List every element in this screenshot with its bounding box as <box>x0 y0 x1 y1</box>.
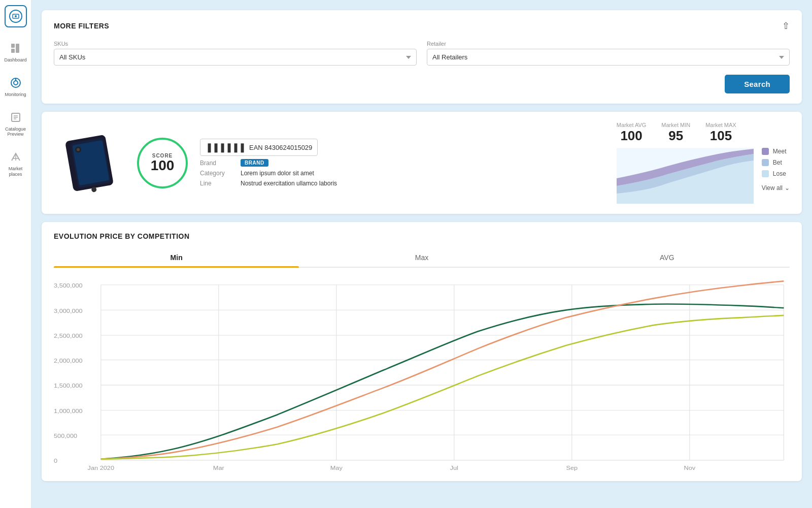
market-stats: Market AVG 100 Market MIN 95 Market MAX … <box>617 122 736 144</box>
search-button[interactable]: Search <box>725 75 790 93</box>
sidebar-item-dashboard[interactable]: Dashboard <box>0 37 31 67</box>
score-circle: SCORE 100 <box>137 138 188 188</box>
svg-text:2,500,000: 2,500,000 <box>54 333 83 339</box>
svg-text:1,500,000: 1,500,000 <box>54 383 83 389</box>
svg-text:0: 0 <box>54 458 57 464</box>
view-all-label: View all <box>762 184 783 192</box>
svg-rect-5 <box>11 44 15 48</box>
chevron-down-icon: ⌄ <box>785 184 790 192</box>
product-card: SCORE 100 ❚❚❚❚❚❚ EAN 8430624015029 Brand… <box>42 112 802 214</box>
category-label: Category <box>200 170 235 177</box>
sidebar-logo[interactable] <box>5 5 27 27</box>
svg-point-2 <box>15 15 17 17</box>
svg-text:Mar: Mar <box>213 464 224 471</box>
market-min: Market MIN 95 <box>661 122 690 144</box>
market-stats-area: Market AVG 100 Market MIN 95 Market MAX … <box>617 122 790 204</box>
score-value: 100 <box>151 158 175 173</box>
lose-dot <box>762 170 769 177</box>
svg-text:3,500,000: 3,500,000 <box>54 282 83 289</box>
svg-text:500,000: 500,000 <box>54 432 77 439</box>
category-value: Lorem ipsum dolor sit amet <box>241 170 314 177</box>
filters-collapse-button[interactable]: ⇧ <box>782 20 790 31</box>
brand-row: Brand BRAND <box>200 159 604 167</box>
lose-label: Lose <box>773 170 786 177</box>
monitoring-icon <box>8 75 23 90</box>
bet-dot <box>762 159 769 166</box>
avg-value: 100 <box>620 128 642 144</box>
legend-meet: Meet <box>762 148 790 155</box>
filter-actions: Search <box>54 75 790 93</box>
view-all-button[interactable]: View all ⌄ <box>762 184 790 192</box>
avg-label: Market AVG <box>617 122 646 128</box>
retailer-select[interactable]: All Retailers <box>427 49 790 66</box>
filters-row: SKUs All SKUs Retailer All Retailers <box>54 41 790 66</box>
meet-dot <box>762 148 769 155</box>
sidebar-item-catalogue-label: Catalogue Preview <box>2 126 29 138</box>
ean-text: EAN 8430624015029 <box>249 144 312 151</box>
barcode-icon: ❚❚❚❚❚❚ <box>206 142 245 153</box>
product-layout: SCORE 100 ❚❚❚❚❚❚ EAN 8430624015029 Brand… <box>54 122 790 204</box>
product-image <box>54 130 125 196</box>
line-value: Nostrud exercitation ullamco laboris <box>241 180 337 187</box>
svg-text:Jul: Jul <box>450 464 458 471</box>
filters-header: MORE FILTERS ⇧ <box>54 20 790 31</box>
legend-bet: Bet <box>762 159 790 166</box>
sidebar-item-catalogue[interactable]: Catalogue Preview <box>0 106 31 142</box>
svg-text:Sep: Sep <box>566 464 578 471</box>
sidebar-item-dashboard-label: Dashboard <box>4 57 26 63</box>
svg-point-7 <box>14 81 18 85</box>
evolution-svg: 0 500,000 1,000,000 1,500,000 2,000,000 … <box>54 278 790 471</box>
tab-min[interactable]: Min <box>54 248 299 267</box>
brand-label: Brand <box>200 160 235 167</box>
skus-filter-group: SKUs All SKUs <box>54 41 417 66</box>
more-filters-card: MORE FILTERS ⇧ SKUs All SKUs Retailer Al… <box>42 10 802 104</box>
min-value: 95 <box>668 128 683 144</box>
bet-label: Bet <box>773 159 782 166</box>
skus-select[interactable]: All SKUs <box>54 49 417 66</box>
svg-text:May: May <box>330 464 343 471</box>
sidebar: Dashboard Monitoring Catalogue Preview <box>0 0 31 508</box>
line-row: Line Nostrud exercitation ullamco labori… <box>200 180 604 187</box>
evolution-tabs: Min Max AVG <box>54 248 790 268</box>
market-avg: Market AVG 100 <box>617 122 646 144</box>
market-max: Market MAX 105 <box>705 122 736 144</box>
legend-area: Meet Bet Lose View all ⌄ <box>762 148 790 192</box>
max-value: 105 <box>710 128 732 144</box>
product-details: ❚❚❚❚❚❚ EAN 8430624015029 Brand BRAND Cat… <box>200 139 604 187</box>
svg-text:Nov: Nov <box>684 464 696 471</box>
svg-text:1,000,000: 1,000,000 <box>54 408 83 415</box>
tab-avg[interactable]: AVG <box>545 248 790 267</box>
svg-text:2,000,000: 2,000,000 <box>54 357 83 364</box>
evolution-card: EVOLUTION PRICE BY COMPETITION Min Max A… <box>42 222 802 481</box>
filters-title: MORE FILTERS <box>54 22 109 30</box>
sidebar-item-monitoring-label: Monitoring <box>5 92 26 98</box>
category-row: Category Lorem ipsum dolor sit amet <box>200 170 604 177</box>
legend-lose: Lose <box>762 170 790 177</box>
main-content: MORE FILTERS ⇧ SKUs All SKUs Retailer Al… <box>31 0 812 508</box>
min-label: Market MIN <box>661 122 690 128</box>
evolution-chart: 0 500,000 1,000,000 1,500,000 2,000,000 … <box>54 278 790 471</box>
skus-label: SKUs <box>54 41 417 47</box>
line-label: Line <box>200 180 235 187</box>
svg-text:Jan 2020: Jan 2020 <box>88 464 115 471</box>
sidebar-item-monitoring[interactable]: Monitoring <box>0 71 31 102</box>
retailer-filter-group: Retailer All Retailers <box>427 41 790 66</box>
dashboard-icon <box>8 41 23 56</box>
brand-badge: BRAND <box>241 159 268 167</box>
svg-rect-3 <box>11 49 15 53</box>
ean-row: ❚❚❚❚❚❚ EAN 8430624015029 <box>200 139 318 156</box>
mini-chart-legend-area: Meet Bet Lose View all ⌄ <box>617 148 790 204</box>
catalogue-icon <box>8 110 23 125</box>
max-label: Market MAX <box>705 122 736 128</box>
mini-area-chart <box>617 148 754 204</box>
meet-label: Meet <box>773 148 787 155</box>
sidebar-item-marketplaces[interactable]: Market places <box>0 145 31 181</box>
evolution-title: EVOLUTION PRICE BY COMPETITION <box>54 232 790 240</box>
tab-max[interactable]: Max <box>299 248 544 267</box>
svg-rect-4 <box>16 44 19 53</box>
sidebar-item-marketplaces-label: Market places <box>2 166 29 177</box>
retailer-label: Retailer <box>427 41 790 47</box>
marketplaces-icon <box>8 149 23 165</box>
svg-text:3,000,000: 3,000,000 <box>54 307 83 314</box>
